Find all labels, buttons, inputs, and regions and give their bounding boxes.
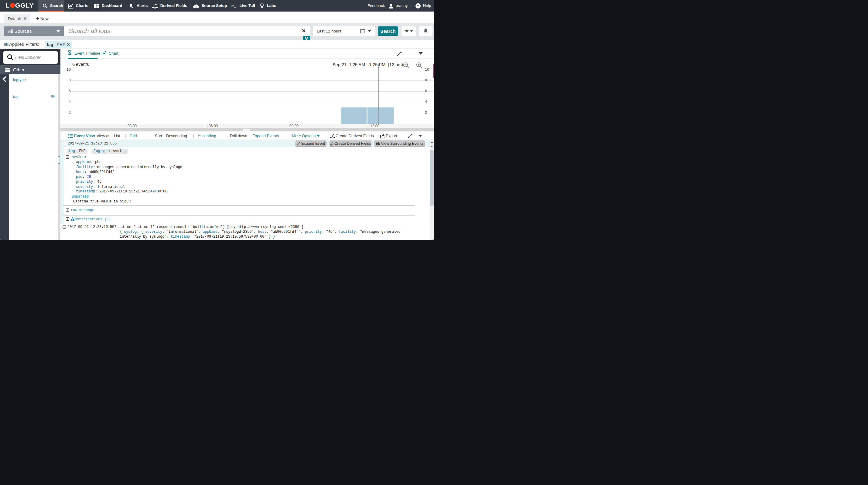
svg-text:?: ? (417, 4, 419, 8)
